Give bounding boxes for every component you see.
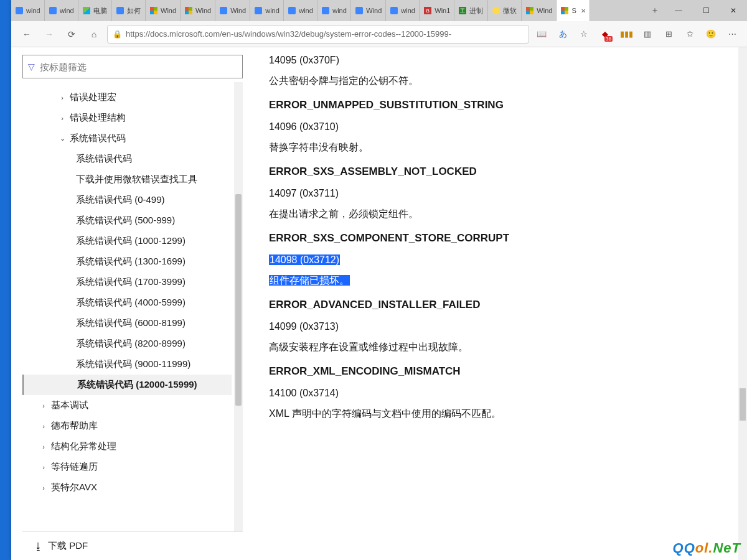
tab-label: Win1 xyxy=(435,7,450,14)
error-description: XML 声明中的字符编码与文档中使用的编码不匹配。 xyxy=(269,408,730,421)
nav-item-current[interactable]: 系统错误代码 (12000-15999) xyxy=(22,375,232,395)
nav-item[interactable]: 系统错误代码 (9000-11999) xyxy=(22,354,232,375)
reader-icon[interactable]: 📖 xyxy=(533,26,550,43)
download-pdf[interactable]: ⭳ 下载 PDF xyxy=(22,531,243,560)
profile-icon[interactable]: 🙂 xyxy=(702,26,720,43)
translate-icon[interactable]: あ xyxy=(554,26,571,43)
favicon-icon xyxy=(15,6,24,15)
extension-note-icon[interactable]: ▥ xyxy=(639,26,656,43)
chevron-right-icon: › xyxy=(40,464,47,471)
browser-tab[interactable]: Wind xyxy=(181,0,215,21)
refresh-button[interactable]: ⟳ xyxy=(62,25,81,44)
nav-item[interactable]: 系统错误代码 (4000-5999) xyxy=(22,292,232,313)
filter-box[interactable]: ▽ xyxy=(22,55,243,78)
tab-label: Wind xyxy=(195,7,211,14)
extension-bars-icon[interactable]: ▮▮▮ xyxy=(618,26,635,43)
chevron-down-icon: ⌄ xyxy=(59,134,66,142)
favicon-icon xyxy=(390,6,398,15)
nav-item[interactable]: ›基本调试 xyxy=(22,395,232,416)
nav-item[interactable]: ›结构化异常处理 xyxy=(22,436,232,457)
nav-item[interactable]: ›英特尔AVX xyxy=(22,477,232,498)
nav-item[interactable]: 系统错误代码 (0-499) xyxy=(22,190,232,210)
nav-item[interactable]: 下载并使用微软错误查找工具 xyxy=(22,169,232,190)
chevron-right-icon: › xyxy=(40,484,47,492)
close-button[interactable]: ✕ xyxy=(720,0,747,21)
nav-item-label: 基本调试 xyxy=(51,399,88,411)
window-controls: — ☐ ✕ xyxy=(665,0,747,21)
nav-scrollbar[interactable] xyxy=(234,82,243,531)
error-code: 14100 (0x3714) xyxy=(269,388,730,399)
extension-adblock-icon[interactable]: ◆36 xyxy=(596,26,614,43)
nav-item-label: 系统错误代码 (12000-15999) xyxy=(77,379,197,391)
nav-item[interactable]: 系统错误代码 (500-999) xyxy=(22,210,232,231)
nav-item[interactable]: 系统错误代码 xyxy=(22,149,232,169)
nav-item[interactable]: 系统错误代码 (1700-3999) xyxy=(22,272,232,292)
browser-tab[interactable]: 电脑 xyxy=(78,0,112,21)
browser-tab[interactable]: Wind xyxy=(146,0,181,21)
nav-item[interactable]: ⌄系统错误代码 xyxy=(22,128,232,149)
browser-tab[interactable]: wind xyxy=(317,0,351,21)
nav-item[interactable]: ›德布帮助库 xyxy=(22,416,232,436)
chevron-right-icon: › xyxy=(40,443,47,450)
nav-item[interactable]: 系统错误代码 (6000-8199) xyxy=(22,313,232,334)
nav-item[interactable]: 系统错误代码 (1300-1699) xyxy=(22,251,232,272)
nav-item-label: 系统错误代码 (8200-8999) xyxy=(76,338,186,350)
nav-item-label: 系统错误代码 (1700-3999) xyxy=(76,276,186,288)
browser-tab[interactable]: S✕ xyxy=(557,0,590,21)
filter-input[interactable] xyxy=(40,62,237,72)
nav-item-label: 系统错误代码 xyxy=(70,133,126,144)
nav-item[interactable]: ›错误处理宏 xyxy=(22,87,232,108)
browser-tab[interactable]: wind xyxy=(250,0,284,21)
nav-item[interactable]: ›等待链遍历 xyxy=(22,457,232,477)
home-button[interactable]: ⌂ xyxy=(85,25,103,44)
tab-label: wind xyxy=(332,7,347,14)
browser-tab[interactable]: 微软 xyxy=(488,0,522,21)
nav-item[interactable]: ›错误处理结构 xyxy=(22,108,232,128)
favicon-icon xyxy=(49,6,57,15)
tab-label: Wind xyxy=(230,7,246,14)
browser-tab[interactable]: Wind xyxy=(522,0,557,21)
new-tab-button[interactable]: ＋ xyxy=(645,0,665,21)
tab-label: Wind xyxy=(366,7,382,14)
nav-item-label: 系统错误代码 (500-999) xyxy=(76,215,175,226)
favicon-icon xyxy=(560,6,569,15)
error-description: 替换字符串没有映射。 xyxy=(269,141,730,154)
nav-item[interactable]: 系统错误代码 (1000-1299) xyxy=(22,231,232,251)
browser-tab[interactable]: 工进制 xyxy=(454,0,488,21)
favorites-star-icon[interactable]: ✩ xyxy=(681,26,698,43)
favicon-icon xyxy=(184,6,193,15)
browser-tab[interactable]: wind xyxy=(11,0,45,21)
forward-button[interactable]: → xyxy=(40,25,59,44)
nav-item[interactable]: 系统错误代码 (8200-8999) xyxy=(22,334,232,354)
collections-icon[interactable]: ⊞ xyxy=(660,26,677,43)
nav-item-label: 系统错误代码 (1000-1299) xyxy=(76,235,186,247)
browser-tab[interactable]: 如何 xyxy=(112,0,146,21)
tab-label: wind xyxy=(60,7,74,14)
page-scrollbar[interactable] xyxy=(738,47,747,560)
browser-tab[interactable]: Wind xyxy=(351,0,386,21)
favicon-icon xyxy=(116,6,125,15)
chevron-right-icon: › xyxy=(59,114,66,122)
nav-scrollbar-thumb[interactable] xyxy=(235,194,242,406)
nav-item-label: 结构化异常处理 xyxy=(51,441,116,452)
page-content: ▽ ›错误处理宏›错误处理结构⌄系统错误代码系统错误代码下载并使用微软错误查找工… xyxy=(11,47,747,560)
favorites-icon[interactable]: ☆ xyxy=(575,26,593,43)
error-description: 组件存储已损坏。 xyxy=(269,274,730,287)
browser-tab[interactable]: wind xyxy=(45,0,78,21)
tab-label: wind xyxy=(401,7,415,14)
browser-tab[interactable]: wind xyxy=(386,0,420,21)
back-button[interactable]: ← xyxy=(17,25,36,44)
url-bar[interactable]: 🔒 https://docs.microsoft.com/en-us/windo… xyxy=(107,25,529,44)
maximize-button[interactable]: ☐ xyxy=(692,0,720,21)
error-code: 14095 (0x370F) xyxy=(269,55,730,66)
browser-tab[interactable]: BWin1 xyxy=(420,0,454,21)
more-button[interactable]: ⋯ xyxy=(723,26,741,43)
minimize-button[interactable]: — xyxy=(665,0,692,21)
browser-tab[interactable]: Wind xyxy=(215,0,250,21)
tab-close-icon[interactable]: ✕ xyxy=(581,7,586,14)
error-name: ERROR_ADVANCED_INSTALLER_FAILED xyxy=(269,299,730,311)
browser-tab[interactable]: wind xyxy=(284,0,317,21)
favicon-icon xyxy=(254,6,263,15)
docs-sidebar: ▽ ›错误处理宏›错误处理结构⌄系统错误代码系统错误代码下载并使用微软错误查找工… xyxy=(11,47,249,560)
page-scrollbar-thumb[interactable] xyxy=(740,388,746,421)
